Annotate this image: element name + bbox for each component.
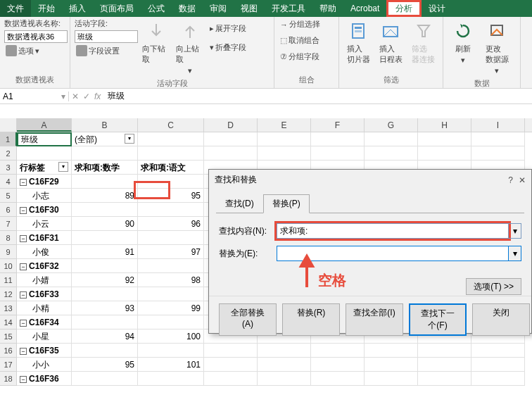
- find-all-button[interactable]: 查找全部(I): [346, 303, 403, 336]
- cell[interactable]: 100: [138, 329, 204, 344]
- cell[interactable]: 91: [72, 245, 138, 259]
- cell[interactable]: [72, 315, 138, 329]
- name-box[interactable]: A1▾: [0, 92, 69, 101]
- cell[interactable]: [471, 146, 525, 161]
- cell[interactable]: [72, 372, 138, 386]
- cell[interactable]: 班级: [17, 132, 72, 146]
- col-header-c[interactable]: C: [138, 118, 204, 132]
- cell[interactable]: 99: [138, 301, 204, 315]
- cell[interactable]: [418, 146, 471, 161]
- cell[interactable]: −C16F34: [17, 315, 72, 329]
- row-header[interactable]: 6: [0, 203, 17, 217]
- cell[interactable]: [418, 372, 471, 386]
- close-button[interactable]: 关闭: [472, 303, 530, 336]
- cell[interactable]: [138, 372, 204, 386]
- replace-with-input[interactable]: [277, 246, 509, 261]
- cell[interactable]: 小婧: [17, 273, 72, 287]
- cell[interactable]: [138, 132, 204, 146]
- menu-data[interactable]: 数据: [172, 0, 203, 17]
- active-field-input[interactable]: [75, 30, 138, 43]
- cell[interactable]: 小星: [17, 329, 72, 344]
- cell[interactable]: [258, 344, 311, 358]
- cell[interactable]: −C16F35: [17, 344, 72, 358]
- row-header[interactable]: 17: [0, 358, 17, 372]
- row-header[interactable]: 13: [0, 301, 17, 315]
- row-header[interactable]: 16: [0, 344, 17, 358]
- cell[interactable]: [258, 132, 311, 146]
- cell[interactable]: 93: [72, 301, 138, 315]
- cell[interactable]: [365, 372, 418, 386]
- replace-dropdown-icon[interactable]: ▾: [509, 246, 521, 261]
- row-header[interactable]: 1: [0, 132, 17, 146]
- cell[interactable]: [204, 372, 258, 386]
- cell[interactable]: 90: [72, 217, 138, 231]
- cell[interactable]: 97: [138, 245, 204, 259]
- row-header[interactable]: 3: [0, 161, 17, 175]
- insert-slicer-button[interactable]: 插入 切片器: [343, 18, 373, 66]
- cell[interactable]: [365, 358, 418, 372]
- menu-formulas[interactable]: 公式: [141, 0, 172, 17]
- options-button[interactable]: 选项(T) >>: [466, 278, 521, 295]
- cell[interactable]: 101: [138, 358, 204, 372]
- row-header[interactable]: 4: [0, 175, 17, 189]
- cell[interactable]: [72, 146, 138, 161]
- cell[interactable]: [471, 344, 525, 358]
- group-selection-button[interactable]: → 分组选择: [279, 18, 322, 30]
- cell[interactable]: −C16F33: [17, 287, 72, 301]
- cell[interactable]: [138, 315, 204, 329]
- cell[interactable]: [258, 372, 311, 386]
- cell[interactable]: [311, 358, 365, 372]
- cell[interactable]: [365, 344, 418, 358]
- menu-page-layout[interactable]: 页面布局: [93, 0, 141, 17]
- cell[interactable]: 小俊: [17, 245, 72, 259]
- cell[interactable]: [72, 287, 138, 301]
- filter-connections-button[interactable]: 筛选 器连接: [409, 18, 438, 66]
- cell[interactable]: [204, 146, 258, 161]
- insert-timeline-button[interactable]: 插入 日程表: [376, 18, 405, 66]
- menu-home[interactable]: 开始: [31, 0, 62, 17]
- row-header[interactable]: 14: [0, 315, 17, 329]
- find-what-input[interactable]: [277, 223, 509, 239]
- cell[interactable]: [138, 231, 204, 245]
- cell[interactable]: [72, 344, 138, 358]
- find-next-button[interactable]: 查找下一个(F): [409, 303, 467, 336]
- cell[interactable]: [471, 132, 525, 146]
- cell[interactable]: [365, 146, 418, 161]
- cell[interactable]: [72, 175, 138, 189]
- cell[interactable]: 行标签▾: [17, 161, 72, 175]
- pivot-options-button[interactable]: 选项 ▾: [4, 44, 68, 57]
- dialog-help-button[interactable]: ?: [508, 175, 513, 185]
- row-header[interactable]: 15: [0, 329, 17, 344]
- cell[interactable]: [311, 146, 365, 161]
- cell[interactable]: [72, 203, 138, 217]
- cell[interactable]: −C16F30: [17, 203, 72, 217]
- menu-file[interactable]: 文件: [0, 0, 31, 17]
- col-header-g[interactable]: G: [365, 118, 418, 132]
- cell[interactable]: [365, 132, 418, 146]
- cell[interactable]: [17, 146, 72, 161]
- row-header[interactable]: 12: [0, 287, 17, 301]
- cell[interactable]: 89: [72, 189, 138, 203]
- cell[interactable]: [138, 287, 204, 301]
- col-header-f[interactable]: F: [311, 118, 365, 132]
- menu-help[interactable]: 帮助: [312, 0, 343, 17]
- col-header-b[interactable]: B: [72, 118, 138, 132]
- cell[interactable]: −C16F36: [17, 372, 72, 386]
- row-header[interactable]: 8: [0, 231, 17, 245]
- ungroup-button[interactable]: ⬚ 取消组合: [279, 34, 322, 46]
- cell[interactable]: [471, 372, 525, 386]
- cell[interactable]: −C16F31: [17, 231, 72, 245]
- cell[interactable]: [138, 203, 204, 217]
- menu-analyze[interactable]: 分析: [386, 0, 422, 17]
- replace-all-button[interactable]: 全部替换(A): [219, 303, 277, 336]
- cell[interactable]: 92: [72, 273, 138, 287]
- row-header[interactable]: 10: [0, 259, 17, 273]
- cell[interactable]: [418, 344, 471, 358]
- menu-developer[interactable]: 开发工具: [265, 0, 312, 17]
- col-header-i[interactable]: I: [471, 118, 525, 132]
- dialog-close-button[interactable]: ✕: [519, 175, 526, 185]
- cell[interactable]: [258, 146, 311, 161]
- cell[interactable]: 求和项:数学: [72, 161, 138, 175]
- row-header[interactable]: 11: [0, 273, 17, 287]
- cell[interactable]: [311, 372, 365, 386]
